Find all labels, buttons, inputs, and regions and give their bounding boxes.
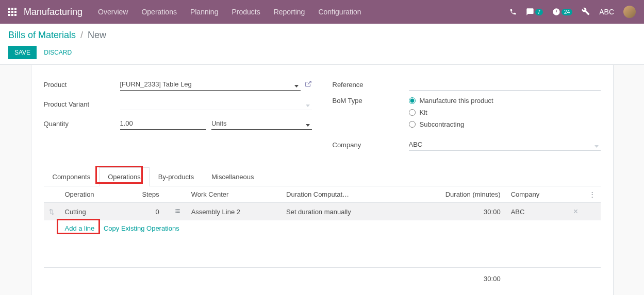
cell-durationcomp[interactable]: Set duration manually	[281, 203, 401, 221]
drag-handle-icon[interactable]: ⇅	[49, 208, 55, 216]
notebook-tabs: Components Operations By-products Miscel…	[44, 167, 601, 186]
reference-label: Reference	[333, 81, 409, 89]
save-button[interactable]: SAVE	[8, 46, 37, 59]
cell-steps[interactable]: 0	[123, 203, 164, 221]
menu-configuration[interactable]: Configuration	[318, 8, 361, 16]
th-steps[interactable]: Steps	[123, 186, 164, 203]
tab-operations[interactable]: Operations	[99, 167, 150, 186]
control-panel: Bills of Materials / New SAVE DISCARD	[0, 24, 644, 65]
bomtype-label: BoM Type	[333, 97, 409, 105]
breadcrumb-root[interactable]: Bills of Materials	[8, 30, 76, 40]
external-link-icon[interactable]	[305, 80, 312, 89]
company-input[interactable]	[409, 138, 601, 151]
menu-reporting[interactable]: Reporting	[274, 8, 305, 16]
tab-byproducts[interactable]: By-products	[150, 167, 203, 186]
debug-icon[interactable]	[582, 7, 590, 17]
main-menu: Overview Operations Planning Products Re…	[98, 8, 361, 16]
table-row[interactable]: ⇅ Cutting 0 Assembly Line 2 Set duration…	[44, 203, 601, 221]
add-line-link[interactable]: Add a line	[65, 224, 95, 232]
add-line-row: Add a line Copy Existing Operations	[44, 220, 601, 236]
menu-overview[interactable]: Overview	[98, 8, 128, 16]
th-durationcomp[interactable]: Duration Computat…	[281, 186, 401, 203]
cell-operation[interactable]: Cutting	[60, 203, 123, 221]
messages-icon[interactable]: 7	[526, 8, 543, 16]
breadcrumb: Bills of Materials / New	[8, 30, 636, 41]
quantity-input[interactable]	[120, 117, 206, 130]
list-icon[interactable]	[174, 209, 181, 216]
phone-icon[interactable]	[509, 8, 517, 15]
reference-input[interactable]	[409, 78, 601, 91]
table-footer: 30:00	[44, 267, 601, 290]
form-right: Reference BoM Type Manufacture this prod…	[333, 77, 601, 157]
messages-badge: 7	[535, 9, 543, 15]
discard-button[interactable]: DISCARD	[44, 49, 72, 56]
bomtype-sub[interactable]: Subcontracting	[409, 120, 601, 128]
cell-workcenter[interactable]: Assembly Line 2	[186, 203, 281, 221]
app-brand[interactable]: Manufacturing	[24, 7, 82, 18]
copy-operations-link[interactable]: Copy Existing Operations	[104, 224, 179, 232]
kebab-icon[interactable]: ⋮	[589, 190, 596, 198]
uom-input[interactable]	[211, 117, 312, 130]
operations-table: Operation Steps Work Center Duration Com…	[44, 186, 601, 290]
variant-label: Product Variant	[44, 100, 120, 108]
menu-planning[interactable]: Planning	[190, 8, 219, 16]
cell-durationmin[interactable]: 30:00	[401, 203, 506, 221]
bomtype-kit[interactable]: Kit	[409, 109, 601, 116]
total-duration: 30:00	[401, 267, 506, 290]
product-input[interactable]	[120, 78, 301, 91]
form-sheet: Product Product Variant	[31, 65, 614, 295]
activities-icon[interactable]: 24	[552, 8, 572, 16]
top-nav: Manufacturing Overview Operations Planni…	[0, 0, 644, 24]
product-label: Product	[44, 81, 120, 89]
nav-right: 7 24 ABC	[509, 6, 636, 18]
delete-row-icon[interactable]: ×	[573, 207, 578, 216]
th-company[interactable]: Company	[506, 186, 568, 203]
th-workcenter[interactable]: Work Center	[186, 186, 281, 203]
avatar[interactable]	[623, 6, 636, 18]
tab-components[interactable]: Components	[44, 167, 100, 186]
menu-operations[interactable]: Operations	[141, 8, 176, 16]
company-label: Company	[333, 141, 409, 149]
form-left: Product Product Variant	[44, 77, 312, 157]
th-durationmin[interactable]: Duration (minutes)	[401, 186, 506, 203]
variant-input[interactable]	[120, 98, 312, 110]
quantity-label: Quantity	[44, 120, 120, 128]
menu-products[interactable]: Products	[232, 8, 260, 16]
breadcrumb-current: New	[88, 30, 106, 40]
bomtype-manufacture[interactable]: Manufacture this product	[409, 97, 601, 105]
th-operation[interactable]: Operation	[60, 186, 123, 203]
user-name[interactable]: ABC	[599, 8, 614, 16]
tab-miscellaneous[interactable]: Miscellaneous	[203, 167, 262, 186]
cell-company[interactable]: ABC	[506, 203, 568, 221]
activities-badge: 24	[562, 9, 572, 15]
apps-icon[interactable]	[8, 8, 16, 16]
